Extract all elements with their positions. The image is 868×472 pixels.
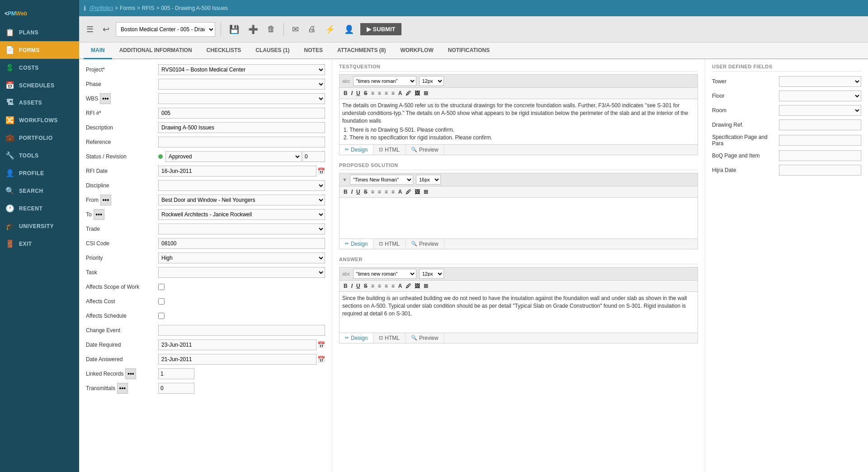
- tab-additional[interactable]: ADDITIONAL INFORMATION: [112, 43, 199, 59]
- undo-button[interactable]: ↩: [100, 23, 112, 36]
- date-required-input[interactable]: [158, 339, 316, 350]
- proposed-align-left-button[interactable]: ≡: [370, 188, 376, 196]
- sidebar-item-plans[interactable]: 📋 PLANS: [0, 24, 79, 41]
- proposed-align-center-button[interactable]: ≡: [377, 188, 382, 196]
- image-button[interactable]: 🖼: [413, 89, 421, 97]
- answer-align-center-button[interactable]: ≡: [377, 282, 382, 290]
- transmittals-dots-button[interactable]: •••: [117, 383, 128, 394]
- answer-italic-button[interactable]: I: [350, 282, 354, 290]
- answer-tab-html[interactable]: ⊡ HTML: [373, 333, 406, 343]
- proposed-bold-button[interactable]: B: [342, 188, 349, 196]
- proposed-strikethrough-button[interactable]: S: [363, 188, 369, 196]
- sidebar-item-tools[interactable]: 🔧 TOOLS: [0, 147, 79, 164]
- proposed-solution-body[interactable]: [340, 198, 698, 238]
- answer-align-right-button[interactable]: ≡: [383, 282, 389, 290]
- sidebar-item-profile[interactable]: 👤 PROFILE: [0, 164, 79, 182]
- tab-notes[interactable]: NOTES: [297, 43, 330, 59]
- tab-main[interactable]: MAIN: [84, 43, 112, 59]
- udf-spec-page-input[interactable]: [779, 135, 861, 146]
- rfi-input[interactable]: [158, 108, 325, 119]
- underline-button[interactable]: U: [355, 89, 362, 97]
- sidebar-item-recent[interactable]: 🕐 RECENT: [0, 200, 79, 217]
- rfi-date-input[interactable]: [158, 166, 316, 176]
- status-select[interactable]: Approved: [165, 151, 302, 162]
- testquestion-tab-design[interactable]: ✏ Design: [340, 145, 373, 155]
- testquestion-size-select[interactable]: 12px: [419, 76, 444, 86]
- udf-tower-select[interactable]: [779, 76, 861, 87]
- answer-image-button[interactable]: 🖼: [413, 282, 421, 290]
- proposed-image-button[interactable]: 🖼: [413, 188, 421, 196]
- align-right-button[interactable]: ≡: [383, 89, 389, 97]
- sidebar-item-university[interactable]: 🎓 UNIVERSITY: [0, 217, 79, 235]
- transmittals-input[interactable]: [158, 383, 194, 394]
- lightning-button[interactable]: ⚡: [322, 23, 338, 36]
- italic-button[interactable]: I: [350, 89, 354, 97]
- testquestion-font-select[interactable]: "times new roman": [353, 76, 416, 86]
- udf-drawing-ref-input[interactable]: [779, 119, 861, 130]
- delete-button[interactable]: 🗑: [264, 23, 278, 36]
- date-answered-calendar-icon[interactable]: 📅: [317, 356, 325, 363]
- proposed-font-select[interactable]: "Times New Roman": [350, 175, 413, 185]
- priority-select[interactable]: High: [158, 253, 325, 263]
- reference-input[interactable]: [158, 137, 325, 148]
- tab-attachments[interactable]: ATTACHMENTS (8): [330, 43, 393, 59]
- user-button[interactable]: 👤: [341, 23, 357, 36]
- proposed-font-color-button[interactable]: A: [397, 188, 404, 196]
- highlight-button[interactable]: 🖊: [404, 89, 412, 97]
- status-num-input[interactable]: [302, 151, 325, 162]
- to-dots-button[interactable]: •••: [94, 209, 104, 220]
- answer-body[interactable]: Since the building is an unheated buildi…: [340, 292, 698, 333]
- breadcrumb-portfolio[interactable]: (Portfolio): [90, 5, 113, 11]
- change-event-input[interactable]: [158, 325, 325, 336]
- phase-select[interactable]: [158, 79, 325, 90]
- answer-tab-design[interactable]: ✏ Design: [340, 333, 373, 343]
- sidebar-item-assets[interactable]: 🏗 ASSETS: [0, 94, 79, 111]
- answer-table-button[interactable]: ⊞: [422, 282, 429, 290]
- sidebar-item-costs[interactable]: 💲 COSTS: [0, 59, 79, 76]
- answer-tab-preview[interactable]: 🔍 Preview: [406, 333, 444, 343]
- sidebar-item-portfolio[interactable]: 💼 PORTFOLIO: [0, 129, 79, 147]
- record-selector[interactable]: Boston Medical Center - 005 - Drawi: [116, 22, 215, 37]
- align-left-button[interactable]: ≡: [370, 89, 376, 97]
- testquestion-body[interactable]: The details on Drawing A-500 refer us to…: [340, 99, 698, 144]
- udf-boq-input[interactable]: [779, 150, 861, 161]
- date-answered-input[interactable]: [158, 354, 316, 365]
- description-input[interactable]: [158, 122, 325, 133]
- tab-clauses[interactable]: CLAUSES (1): [248, 43, 297, 59]
- trade-select[interactable]: [158, 224, 325, 234]
- save-button[interactable]: 💾: [226, 23, 242, 36]
- affects-cost-checkbox[interactable]: [158, 298, 165, 305]
- tab-notifications[interactable]: NOTIFICATIONS: [441, 43, 497, 59]
- rfi-date-calendar-icon[interactable]: 📅: [317, 167, 325, 175]
- add-button[interactable]: ➕: [245, 23, 261, 36]
- tab-checklists[interactable]: CHECKLISTS: [199, 43, 249, 59]
- align-justify-button[interactable]: ≡: [390, 89, 396, 97]
- to-select[interactable]: Rockwell Architects - Janice Rockwell: [158, 209, 325, 220]
- submit-button[interactable]: ▶ SUBMIT: [360, 23, 401, 35]
- font-color-button[interactable]: A: [397, 89, 404, 97]
- linked-records-input[interactable]: [158, 368, 194, 379]
- answer-bold-button[interactable]: B: [342, 282, 349, 290]
- affects-scope-checkbox[interactable]: [158, 284, 165, 290]
- answer-underline-button[interactable]: U: [355, 282, 362, 290]
- affects-schedule-checkbox[interactable]: [158, 313, 165, 319]
- csi-input[interactable]: [158, 238, 325, 249]
- sidebar-item-search[interactable]: 🔍 SEARCH: [0, 182, 79, 200]
- task-select[interactable]: [158, 267, 325, 278]
- table-button[interactable]: ⊞: [422, 89, 429, 97]
- answer-font-color-button[interactable]: A: [397, 282, 404, 290]
- proposed-tab-preview[interactable]: 🔍 Preview: [406, 239, 444, 249]
- proposed-tab-html[interactable]: ⊡ HTML: [373, 239, 406, 249]
- from-dots-button[interactable]: •••: [100, 195, 111, 205]
- align-center-button[interactable]: ≡: [377, 89, 382, 97]
- proposed-tab-design[interactable]: ✏ Design: [340, 239, 373, 249]
- udf-room-select[interactable]: [779, 105, 861, 116]
- proposed-table-button[interactable]: ⊞: [422, 188, 429, 196]
- proposed-align-right-button[interactable]: ≡: [383, 188, 389, 196]
- testquestion-tab-html[interactable]: ⊡ HTML: [373, 145, 406, 155]
- sidebar-item-forms[interactable]: 📄 FORMS: [0, 41, 79, 59]
- discipline-select[interactable]: [158, 180, 325, 191]
- answer-highlight-button[interactable]: 🖊: [404, 282, 412, 290]
- bold-button[interactable]: B: [342, 89, 349, 97]
- proposed-underline-button[interactable]: U: [355, 188, 362, 196]
